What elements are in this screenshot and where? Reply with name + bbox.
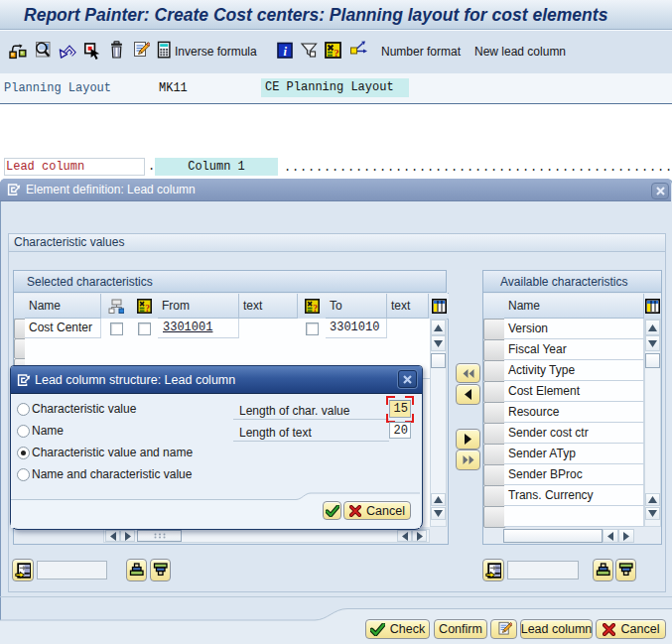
av-row-selector[interactable] <box>483 485 506 507</box>
av-scroll-down-icon[interactable] <box>645 335 660 351</box>
av-hscroll-thumb[interactable] <box>503 529 603 543</box>
new-lead-column-label[interactable]: New lead column <box>474 43 566 61</box>
dialog-cancel-button[interactable]: Cancel <box>343 501 411 520</box>
sel-hdr-from[interactable]: From <box>158 294 239 319</box>
sel-scroll-up-icon[interactable] <box>431 320 446 335</box>
sel-sort-desc-button[interactable] <box>150 559 171 581</box>
sel-row2-cell[interactable] <box>326 338 388 359</box>
sel-vscroll-thumb[interactable] <box>431 353 446 368</box>
sel-scroll-up2-icon[interactable] <box>431 493 446 506</box>
layout-code[interactable]: MK11 <box>159 81 188 95</box>
cancel-button[interactable]: Cancel <box>596 619 666 639</box>
av-row-selector[interactable] <box>483 402 506 424</box>
av-scroll-up-icon[interactable] <box>645 320 660 335</box>
sel-row2-cell[interactable] <box>158 338 240 359</box>
sel-row1-from-cell[interactable]: 3301001 <box>158 319 239 338</box>
move-all-left-button[interactable] <box>456 363 480 383</box>
undo-icon[interactable] <box>58 41 77 63</box>
sel-scroll-left2-icon[interactable] <box>397 530 412 542</box>
av-row-selector[interactable] <box>483 339 506 361</box>
sel-row2-cell[interactable] <box>239 338 299 359</box>
variable-from-checkbox[interactable] <box>138 322 151 335</box>
sel-scroll-left-icon[interactable] <box>105 530 120 542</box>
sel-row2-cell[interactable] <box>387 338 431 359</box>
filter-icon[interactable] <box>300 41 319 63</box>
av-row-name[interactable] <box>504 506 644 527</box>
dialog-close-icon[interactable] <box>398 370 417 388</box>
av-row-name[interactable]: Trans. Currency <box>504 485 644 506</box>
sel-hdr-settings[interactable] <box>429 294 449 320</box>
modal-close-icon[interactable] <box>651 183 669 199</box>
sel-hdr-name[interactable]: Name <box>25 294 101 319</box>
edit-lead-column-button[interactable] <box>490 619 517 639</box>
edit-icon[interactable] <box>131 41 150 63</box>
av-row-selector[interactable] <box>483 319 506 340</box>
sel-hdr-hierarchy[interactable] <box>101 294 132 320</box>
inverse-formula-label[interactable]: Inverse formula <box>175 43 257 61</box>
sel-row1-to-cell[interactable]: 3301010 <box>326 319 387 338</box>
av-row-name[interactable]: Cost Element <box>504 381 644 402</box>
sel-scroll-right2-icon[interactable] <box>412 530 427 542</box>
av-row-name[interactable]: Fiscal Year <box>504 339 644 360</box>
select-element-icon[interactable] <box>83 41 102 63</box>
confirm-button[interactable]: Confirm <box>434 619 487 639</box>
navigate-icon[interactable] <box>8 42 27 63</box>
av-row-name[interactable]: Activity Type <box>504 360 644 381</box>
sel-hdr-text1[interactable]: text <box>239 294 298 319</box>
av-row-selector[interactable] <box>483 506 506 528</box>
sel-row1-text1-cell[interactable] <box>239 319 299 339</box>
av-row-selector[interactable] <box>483 381 506 403</box>
structure-radio[interactable] <box>17 468 30 481</box>
av-sort-asc-button[interactable] <box>593 559 613 581</box>
sel-hdr-to[interactable]: To <box>326 294 387 319</box>
av-scroll-down2-icon[interactable] <box>645 507 660 520</box>
dialog-ok-button[interactable] <box>323 501 341 520</box>
structure-radio[interactable] <box>17 425 30 438</box>
av-row-selector[interactable] <box>483 464 506 486</box>
av-row-name[interactable]: Sender cost ctr <box>504 423 644 444</box>
av-row-name[interactable]: Version <box>504 319 644 339</box>
structure-radio[interactable] <box>17 447 30 459</box>
lead-column-arrows-icon[interactable] <box>348 41 368 63</box>
lead-column-button[interactable]: Lead column <box>520 619 593 639</box>
move-left-button[interactable] <box>456 384 480 405</box>
move-right-button[interactable] <box>456 429 480 450</box>
sel-row1-name[interactable]: Cost Center <box>25 319 101 338</box>
sel-row2-name[interactable] <box>25 338 102 359</box>
length-text-input[interactable]: 20 <box>389 422 411 439</box>
av-position-button[interactable] <box>482 559 504 581</box>
av-hdr-name[interactable]: Name <box>504 294 644 319</box>
av-row-selector[interactable] <box>483 360 506 382</box>
number-format-label[interactable]: Number format <box>381 43 461 61</box>
av-row-selector[interactable] <box>483 423 506 445</box>
column1-cell[interactable]: Column 1 <box>155 158 278 176</box>
av-row-name[interactable]: Sender ATyp <box>504 444 644 464</box>
hierarchy-checkbox[interactable] <box>110 322 123 335</box>
sel-row1-text2-cell[interactable] <box>387 319 431 339</box>
av-scroll-right-icon[interactable] <box>618 529 634 543</box>
lead-column-cell[interactable]: Lead column <box>4 158 145 176</box>
sel-sort-asc-button[interactable] <box>126 559 147 581</box>
variable-icon[interactable]: ? <box>324 41 342 63</box>
move-all-right-button[interactable] <box>456 450 480 470</box>
sel-scroll-right-icon[interactable] <box>120 530 135 542</box>
av-vscroll-thumb[interactable] <box>645 353 660 368</box>
check-button[interactable]: Check <box>365 619 430 639</box>
sel-hdr-variable-from[interactable]: ? <box>131 294 159 320</box>
sel-hscroll-thumb[interactable] <box>137 530 182 542</box>
info-icon[interactable]: i <box>276 42 294 63</box>
sel-scroll-down2-icon[interactable] <box>431 507 446 520</box>
av-scroll-left-icon[interactable] <box>603 529 618 543</box>
preview-icon[interactable] <box>33 41 52 63</box>
dialog-titlebar[interactable]: Lead column structure: Lead column <box>11 366 422 394</box>
structure-radio[interactable] <box>17 403 30 416</box>
layout-name-field[interactable]: CE Planning Layout <box>261 78 409 97</box>
sel-position-input[interactable] <box>37 561 107 580</box>
av-sort-desc-button[interactable] <box>615 559 636 581</box>
sel-scroll-down-icon[interactable] <box>431 335 446 351</box>
sel-hdr-text2[interactable]: text <box>387 294 429 319</box>
calculator-icon[interactable] <box>155 41 173 63</box>
av-scroll-up2-icon[interactable] <box>645 493 660 506</box>
av-row-name[interactable]: Resource <box>504 402 644 423</box>
av-row-selector[interactable] <box>483 444 506 465</box>
